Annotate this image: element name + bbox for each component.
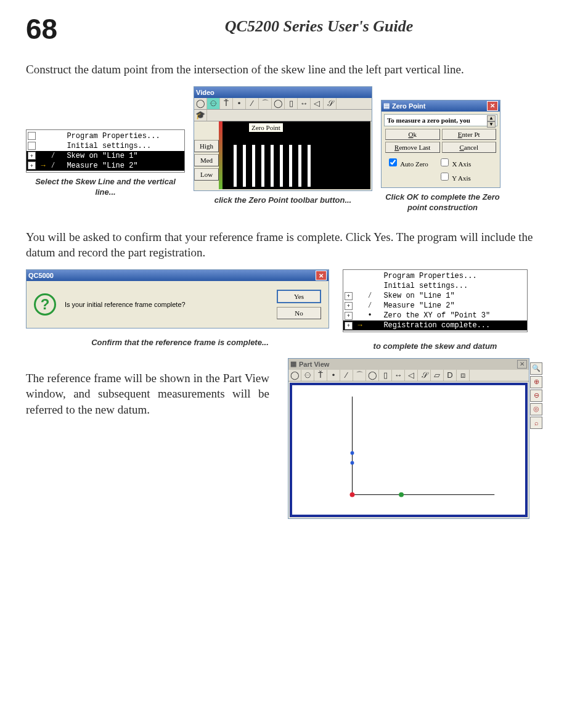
tool-d-icon[interactable]: D — [444, 370, 457, 381]
measure-toolbar[interactable]: ◯ ⦵ Ť • ∕ ⌒ ◯ ▯ ↔ ◁ 𝒮 — [194, 98, 372, 110]
tree-row[interactable]: Initial settings... — [27, 141, 184, 151]
tree-row[interactable]: Program Properties... — [343, 271, 527, 281]
tree-row[interactable]: +→ Registration complete... — [343, 320, 527, 330]
caption-3: Click OK to complete the Zero point cons… — [381, 192, 504, 213]
svg-point-2 — [351, 451, 354, 455]
partview-canvas[interactable] — [290, 383, 528, 517]
tree-row[interactable]: + • Zero the XY of "Point 3" — [343, 311, 527, 320]
tree-row[interactable]: Initial settings... — [343, 281, 527, 291]
spin-up-icon[interactable]: ▲ — [487, 115, 496, 121]
video-view[interactable]: High Med Low Zero Point — [219, 121, 370, 189]
grad-cap-icon[interactable]: 🎓 — [194, 110, 207, 121]
tool-tee-icon[interactable]: Ť — [220, 98, 233, 109]
yaxis-checkbox[interactable]: Y Axis — [438, 171, 495, 186]
tool-arc-icon[interactable]: ⌒ — [259, 98, 272, 109]
question-icon: ? — [34, 293, 56, 316]
tool-zeropoint-icon[interactable]: ⦵ — [207, 98, 220, 109]
zoom-sel-icon[interactable]: ◎ — [530, 403, 542, 415]
caption-1: Select the Skew Line and the vertical li… — [26, 176, 185, 198]
no-button[interactable]: No — [277, 307, 321, 319]
program-tree-2[interactable]: Program Properties... Initial settings..… — [343, 269, 528, 332]
tool-dist-icon[interactable]: ↔ — [392, 370, 405, 381]
close-icon[interactable]: ✕ — [487, 101, 498, 111]
tree-row[interactable]: + ∕ Measure "Line 2" — [343, 301, 527, 311]
tool-dist-icon[interactable]: ↔ — [298, 98, 311, 109]
tool-angle-icon[interactable]: ◁ — [405, 370, 418, 381]
yes-button[interactable]: Yes — [277, 290, 321, 303]
tree-row[interactable]: + ∕ Skew on "Line 1" — [27, 151, 184, 161]
tool-oval-icon[interactable]: ◯ — [194, 98, 207, 109]
zoom-all-icon[interactable]: ⌕ — [530, 417, 542, 429]
tool-dim-icon[interactable]: ▱ — [431, 370, 444, 381]
tool-zeropoint-icon[interactable]: ⦵ — [301, 370, 314, 381]
tool-circle-icon[interactable]: ◯ — [272, 98, 285, 109]
tree-row[interactable]: Program Properties... — [27, 131, 184, 141]
caption-2: click the Zero Point toolbar button... — [194, 195, 372, 206]
enterpt-button[interactable]: Enter Pt — [442, 129, 497, 140]
zeropoint-dialog: ▤Zero Point ✕ To measure a zero point, y… — [381, 100, 500, 188]
tool-point-icon[interactable]: • — [327, 370, 340, 381]
tool-pv-icon[interactable]: ⧈ — [457, 370, 470, 381]
autozero-checkbox[interactable]: Auto Zero — [386, 157, 428, 168]
zoom-fit-icon[interactable]: 🔍 — [530, 362, 542, 375]
confirm-dialog: QC5000 ✕ ? Is your initial reference fra… — [26, 269, 329, 329]
partview-window: ▦Part View ✕ ◯ ⦵ Ť • ∕ ⌒ ◯ ▯ ↔ ◁ 𝒮 ▱ D ⧈ — [288, 358, 529, 519]
tool-point-icon[interactable]: • — [233, 98, 246, 109]
mag-high-button[interactable]: High — [194, 140, 219, 152]
tree-row[interactable]: + ∕ Skew on "Line 1" — [343, 291, 527, 301]
video-window: Video ◯ ⦵ Ť • ∕ ⌒ ◯ ▯ ↔ ◁ 𝒮 🎓 — [194, 86, 372, 191]
tool-circle-icon[interactable]: ◯ — [366, 370, 379, 381]
tool-slot-icon[interactable]: ▯ — [285, 98, 298, 109]
cancel-button[interactable]: Cancel — [442, 142, 497, 153]
close-icon[interactable]: ✕ — [316, 271, 327, 280]
mag-low-button[interactable]: Low — [194, 168, 219, 181]
removelast-button[interactable]: Remove Last — [385, 142, 440, 153]
svg-point-3 — [351, 460, 354, 464]
zp-hint: To measure a zero point, you ▲▼ — [384, 114, 497, 126]
zoom-out-icon[interactable]: ⊖ — [530, 390, 542, 402]
video-title: Video — [196, 89, 214, 96]
svg-point-4 — [350, 492, 355, 497]
page-number: 68 — [26, 12, 57, 46]
pv-title: Part View — [299, 361, 329, 368]
zoom-in-icon[interactable]: ⊕ — [530, 376, 542, 388]
tool-link-icon[interactable]: 𝒮 — [324, 98, 337, 109]
paragraph-3: The reference frame will be shown in the… — [26, 370, 269, 418]
pv-toolbar[interactable]: ◯ ⦵ Ť • ∕ ⌒ ◯ ▯ ↔ ◁ 𝒮 ▱ D ⧈ — [288, 370, 529, 382]
tool-link-icon[interactable]: 𝒮 — [418, 370, 431, 381]
program-tree-1[interactable]: Program Properties... Initial settings..… — [26, 129, 185, 173]
mag-med-button[interactable]: Med — [194, 154, 219, 166]
close-icon[interactable]: ✕ — [517, 360, 527, 369]
spin-down-icon[interactable]: ▼ — [487, 121, 496, 128]
zp-title: Zero Point — [392, 102, 425, 110]
paragraph-2: You will be asked to confirm that your r… — [26, 229, 562, 261]
tool-line-icon[interactable]: ∕ — [246, 98, 259, 109]
tool-oval-icon[interactable]: ◯ — [288, 370, 301, 381]
tool-arc-icon[interactable]: ⌒ — [353, 370, 366, 381]
tree-row[interactable]: +→∕ Measure "Line 2" — [27, 161, 184, 171]
tool-slot-icon[interactable]: ▯ — [379, 370, 392, 381]
confirm-message: Is your initial reference frame complete… — [65, 301, 186, 308]
ok-button[interactable]: Ok — [385, 129, 440, 140]
caption-4: Confirm that the reference frame is comp… — [26, 337, 334, 348]
doc-title: QC5200 Series User's Guide — [76, 17, 562, 36]
svg-point-5 — [399, 492, 404, 497]
zeropoint-tooltip: Zero Point — [248, 123, 284, 133]
caption-5: to complete the skew and datum — [343, 341, 528, 352]
tool-line-icon[interactable]: ∕ — [340, 370, 353, 381]
ruler-icon — [219, 121, 223, 189]
confirm-title: QC5000 — [28, 272, 54, 279]
tool-tee-icon[interactable]: Ť — [314, 370, 327, 381]
tool-angle-icon[interactable]: ◁ — [311, 98, 324, 109]
xaxis-checkbox[interactable]: X Axis — [438, 157, 472, 168]
paragraph-1: Construct the datum point from the inter… — [26, 62, 562, 78]
